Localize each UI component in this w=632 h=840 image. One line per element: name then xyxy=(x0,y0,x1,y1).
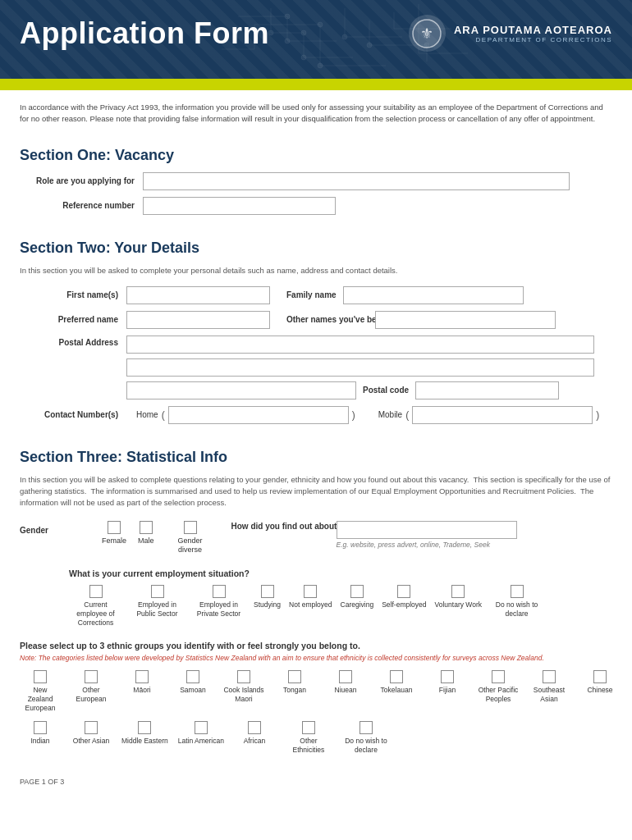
section-three-title: Section Three: Statistical Info xyxy=(20,449,612,466)
eth-latin-american-checkbox[interactable] xyxy=(195,721,208,734)
page-info: PAGE 1 OF 3 xyxy=(20,778,64,786)
emp-do-not-wish: Do no wish to declare xyxy=(490,585,543,619)
emp-voluntary-label: Voluntary Work xyxy=(435,600,482,609)
eth-do-not-wish-checkbox[interactable] xyxy=(360,721,373,734)
eth-tokelauan: Tokelauan xyxy=(376,670,417,695)
eth-southeast-asian-label: Southeast Asian xyxy=(529,686,570,704)
gender-female-checkbox[interactable] xyxy=(108,521,121,534)
how-found-hint: E.g. website, press advert, online, Trad… xyxy=(337,541,517,549)
header: Application Form ⚜ ARA POUTAMA AOTEAROA … xyxy=(0,0,632,90)
eth-african-checkbox[interactable] xyxy=(248,721,261,734)
privacy-text: In accordance with the Privacy Act 1993,… xyxy=(20,103,603,123)
emp-caregiving-checkbox[interactable] xyxy=(350,585,364,598)
vacancy-role-input[interactable] xyxy=(143,172,570,190)
page-footer: PAGE 1 OF 3 xyxy=(0,769,632,794)
emp-do-not-wish-label: Do no wish to declare xyxy=(490,600,543,619)
gender-diverse-item: Gender diverse xyxy=(166,521,215,555)
emp-not-employed-checkbox[interactable] xyxy=(304,585,317,598)
employment-block: What is your current employment situatio… xyxy=(20,568,612,628)
preferred-name-input[interactable] xyxy=(126,311,270,329)
first-name-input[interactable] xyxy=(126,286,270,304)
logo-main-name: ARA POUTAMA AOTEAROA xyxy=(454,24,612,36)
emp-private-sector: Employed in Private Sector xyxy=(192,585,245,619)
gender-options: Female Male Gender diverse xyxy=(102,521,215,555)
ethnicity-row2: Indian Other Asian Middle Eastern Latin … xyxy=(20,721,612,755)
postal-code-input[interactable] xyxy=(415,381,559,399)
privacy-notice: In accordance with the Privacy Act 1993,… xyxy=(0,90,632,134)
eth-latin-american-label: Latin American xyxy=(178,737,224,746)
postal-address-row: Postal Address Postal code xyxy=(20,336,612,399)
eth-tongan-checkbox[interactable] xyxy=(288,670,301,683)
home-phone-input[interactable] xyxy=(168,406,349,424)
address-suburb-input[interactable] xyxy=(126,381,356,399)
eth-chinese-label: Chinese xyxy=(587,686,612,695)
eth-nz-european-checkbox[interactable] xyxy=(34,670,47,683)
gender-diverse-checkbox[interactable] xyxy=(184,521,197,534)
eth-maori-label: Māori xyxy=(133,686,150,695)
emp-self-employed-checkbox[interactable] xyxy=(397,585,410,598)
mobile-label: Mobile xyxy=(378,410,402,419)
how-found-label: How did you find out about working for C… xyxy=(231,521,330,532)
mobile-phone-input[interactable] xyxy=(412,406,593,424)
svg-point-4 xyxy=(301,55,306,60)
gender-diverse-label: Gender diverse xyxy=(166,536,215,555)
emp-voluntary-checkbox[interactable] xyxy=(451,585,465,598)
eth-cook-islands-checkbox[interactable] xyxy=(237,670,250,683)
eth-fijian: Fijian xyxy=(427,670,468,695)
section-two: Section Two: Your Details In this sectio… xyxy=(0,226,632,436)
vacancy-ref-label: Reference number xyxy=(20,201,143,210)
family-name-input[interactable] xyxy=(343,286,524,304)
eth-tokelauan-checkbox[interactable] xyxy=(390,670,403,683)
how-found-right: E.g. website, press advert, online, Trad… xyxy=(337,521,517,549)
other-names-input[interactable] xyxy=(375,311,556,329)
gender-male-label: Male xyxy=(138,536,154,546)
name-row: First name(s) Family name xyxy=(20,286,612,304)
eth-other-ethnicities-checkbox[interactable] xyxy=(302,721,315,734)
eth-samoan: Samoan xyxy=(172,670,213,695)
eth-chinese-checkbox[interactable] xyxy=(593,670,607,683)
eth-samoan-checkbox[interactable] xyxy=(186,670,199,683)
vacancy-role-label: Role are you applying for xyxy=(20,176,143,185)
address-line2-input[interactable] xyxy=(126,358,594,377)
emp-studying-checkbox[interactable] xyxy=(261,585,274,598)
employment-options: Current employee of Corrections Employed… xyxy=(69,585,612,628)
eth-african: African xyxy=(234,721,275,746)
emp-current-corrections-label: Current employee of Corrections xyxy=(69,600,122,628)
eth-other-asian-checkbox[interactable] xyxy=(85,721,98,734)
eth-fijian-checkbox[interactable] xyxy=(441,670,454,683)
eth-maori-checkbox[interactable] xyxy=(135,670,149,683)
eth-other-pacific-checkbox[interactable] xyxy=(492,670,505,683)
eth-indian-checkbox[interactable] xyxy=(34,721,47,734)
emp-not-employed-label: Not employed xyxy=(289,600,332,609)
emp-current-corrections-checkbox[interactable] xyxy=(89,585,103,598)
emp-do-not-wish-checkbox[interactable] xyxy=(511,585,524,598)
contact-row: Contact Number(s) Home ( ) Mobile ( ) xyxy=(20,406,612,424)
gender-male-checkbox[interactable] xyxy=(140,521,153,534)
vacancy-ref-input[interactable] xyxy=(143,197,336,215)
how-found-block: How did you find out about working for C… xyxy=(231,521,612,549)
eth-niuean-checkbox[interactable] xyxy=(339,670,352,683)
emp-self-employed-label: Self-employed xyxy=(382,600,426,609)
eth-southeast-asian-checkbox[interactable] xyxy=(543,670,556,683)
logo-text: ARA POUTAMA AOTEAROA DEPARTMENT OF CORRE… xyxy=(454,24,612,43)
employment-question: What is your current employment situatio… xyxy=(69,568,612,578)
how-found-input[interactable] xyxy=(337,521,517,539)
eth-nz-european-label: New Zealand European xyxy=(20,686,61,713)
eth-middle-eastern-checkbox[interactable] xyxy=(138,721,151,734)
other-names-label: Other names you've been known as xyxy=(286,315,369,324)
address-bottom-row: Postal code xyxy=(126,381,594,399)
gender-female-item: Female xyxy=(102,521,126,546)
emp-public-sector: Employed in Public Sector xyxy=(131,585,184,619)
eth-other-european: Other European xyxy=(71,670,112,704)
section-three: Section Three: Statistical Info In this … xyxy=(0,436,632,770)
emp-current-corrections: Current employee of Corrections xyxy=(69,585,122,628)
vacancy-ref-row: Reference number xyxy=(20,197,612,215)
emp-public-sector-checkbox[interactable] xyxy=(151,585,164,598)
address-line1-input[interactable] xyxy=(126,336,594,354)
emp-private-sector-checkbox[interactable] xyxy=(213,585,226,598)
ethnicity-row1: New Zealand European Other European Māor… xyxy=(20,670,612,713)
eth-other-asian: Other Asian xyxy=(71,721,112,746)
eth-other-european-checkbox[interactable] xyxy=(85,670,98,683)
eth-indian: Indian xyxy=(20,721,61,746)
mobile-phone-group: Mobile ( ) xyxy=(378,406,599,424)
